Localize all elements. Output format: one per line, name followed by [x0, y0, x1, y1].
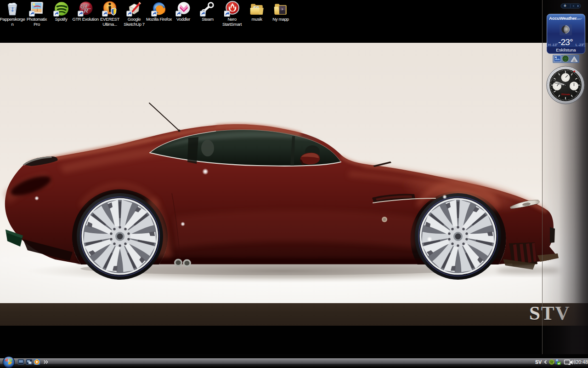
- svg-text:Ultimate: Ultimate: [561, 93, 570, 96]
- svg-text:+: +: [564, 3, 566, 8]
- svg-text:H -13°: H -13°: [548, 43, 558, 47]
- svg-text:Eskilstuna: Eskilstuna: [556, 47, 576, 52]
- svg-text:SV: SV: [535, 359, 542, 365]
- svg-text:.com°: .com°: [576, 17, 582, 20]
- svg-text:-23°: -23°: [558, 37, 573, 47]
- svg-text:AccuWeather: AccuWeather: [549, 16, 577, 21]
- svg-text:L -23°: L -23°: [576, 43, 584, 47]
- svg-text:20:48: 20:48: [576, 359, 588, 365]
